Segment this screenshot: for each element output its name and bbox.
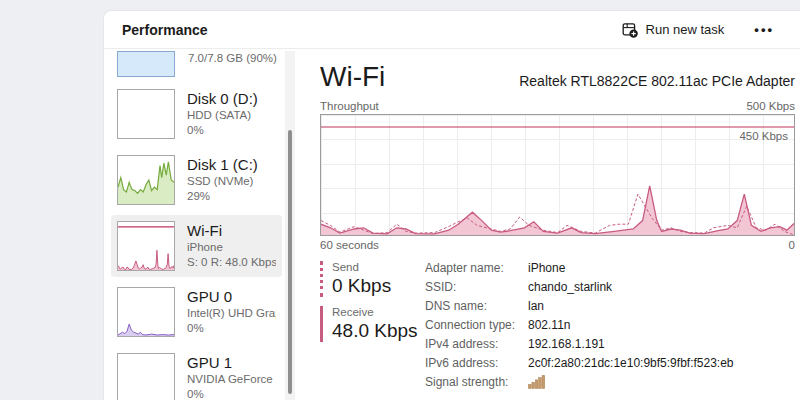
wifi-rates: S: 0 R: 48.0 Kbps xyxy=(187,255,276,270)
dns-name-value: lan xyxy=(528,299,734,313)
wifi-title: Wi-Fi xyxy=(187,221,276,240)
ssid-value: chando_starlink xyxy=(528,280,734,294)
wifi-detail-pane: Wi-Fi Realtek RTL8822CE 802.11ac PCIe Ad… xyxy=(298,49,800,400)
sidebar-item-memory-partial[interactable]: 7.0/7.8 GB (90%) xyxy=(111,51,282,78)
disk1-thumbnail xyxy=(117,155,175,205)
scale-max-label: 500 Kbps xyxy=(746,100,795,112)
sidebar-item-gpu1[interactable]: GPU 1 NVIDIA GeForce MX. 0% xyxy=(111,347,282,400)
task-manager-panel: Performance Run new task ••• xyxy=(103,10,800,400)
gpu0-subtitle: Intel(R) UHD Graphic xyxy=(187,306,276,321)
sidebar-item-gpu0[interactable]: GPU 0 Intel(R) UHD Graphic 0% xyxy=(111,281,282,343)
adapter-name-value: iPhone xyxy=(528,261,734,275)
header: Performance Run new task ••• xyxy=(104,11,800,49)
ref-line-label: 450 Kbps xyxy=(739,130,788,142)
detail-label: IPv6 address: xyxy=(425,356,528,370)
disk1-title: Disk 1 (C:) xyxy=(187,155,258,174)
x-axis-right-label: 0 xyxy=(789,239,795,251)
wifi-thumbnail xyxy=(117,221,175,271)
gpu0-title: GPU 0 xyxy=(187,287,276,306)
detail-label: IPv4 address: xyxy=(425,337,528,351)
gpu0-percent: 0% xyxy=(187,321,276,336)
run-new-task-icon xyxy=(622,22,638,38)
sidebar-item-disk1[interactable]: Disk 1 (C:) SSD (NVMe) 29% xyxy=(111,149,282,211)
gpu1-percent: 0% xyxy=(187,387,276,400)
sidebar-item-wifi[interactable]: Wi-Fi iPhone S: 0 R: 48.0 Kbps xyxy=(111,215,282,277)
disk0-subtitle: HDD (SATA) xyxy=(187,108,258,123)
sidebar-item-disk0[interactable]: Disk 0 (D:) HDD (SATA) 0% xyxy=(111,83,282,145)
memory-usage-label: 7.0/7.8 GB (90%) xyxy=(188,51,277,64)
run-new-task-label: Run new task xyxy=(646,22,725,37)
gpu0-thumbnail xyxy=(117,287,175,337)
throughput-label: Throughput xyxy=(320,100,379,112)
send-value: 0 Kbps xyxy=(332,275,425,297)
send-legend: Send 0 Kbps xyxy=(320,261,425,297)
throughput-chart: 450 Kbps xyxy=(320,114,795,236)
receive-legend: Receive 48.0 Kbps xyxy=(320,306,425,342)
detail-label: SSID: xyxy=(425,280,528,294)
sidebar-scrollbar-track[interactable] xyxy=(285,51,295,400)
receive-label: Receive xyxy=(332,306,425,318)
disk0-title: Disk 0 (D:) xyxy=(187,89,258,108)
disk0-percent: 0% xyxy=(187,123,258,138)
adapter-model-label: Realtek RTL8822CE 802.11ac PCIe Adapter xyxy=(519,73,795,89)
connection-type-value: 802.11n xyxy=(528,318,734,332)
detail-label: Signal strength: xyxy=(425,375,528,392)
send-label: Send xyxy=(332,261,425,273)
detail-label: Connection type: xyxy=(425,318,528,332)
receive-value: 48.0 Kbps xyxy=(332,320,425,342)
gpu1-title: GPU 1 xyxy=(187,353,276,372)
disk0-thumbnail xyxy=(117,89,175,139)
wifi-page-title: Wi-Fi xyxy=(320,61,385,93)
run-new-task-button[interactable]: Run new task xyxy=(622,22,725,38)
detail-label: DNS name: xyxy=(425,299,528,313)
ipv6-address-value: 2c0f:2a80:21dc:1e10:9bf5:9fbf:f523:eb xyxy=(528,356,734,370)
detail-label: Adapter name: xyxy=(425,261,528,275)
disk1-percent: 29% xyxy=(187,189,258,204)
signal-strength-icon xyxy=(528,375,546,392)
gpu1-thumbnail xyxy=(117,353,175,400)
performance-sidebar: 7.0/7.8 GB (90%) Disk 0 (D:) HDD (SATA) … xyxy=(104,49,298,400)
wifi-subtitle: iPhone xyxy=(187,240,276,255)
connection-details: Adapter name: iPhone SSID: chando_starli… xyxy=(425,261,734,392)
sidebar-scrollbar-thumb[interactable] xyxy=(288,130,292,394)
more-options-icon[interactable]: ••• xyxy=(750,20,778,39)
gpu1-subtitle: NVIDIA GeForce MX. xyxy=(187,372,276,387)
memory-thumbnail xyxy=(117,51,175,77)
page-title: Performance xyxy=(122,22,208,38)
ipv4-address-value: 192.168.1.191 xyxy=(528,337,734,351)
x-axis-left-label: 60 seconds xyxy=(320,239,379,251)
disk1-subtitle: SSD (NVMe) xyxy=(187,174,258,189)
